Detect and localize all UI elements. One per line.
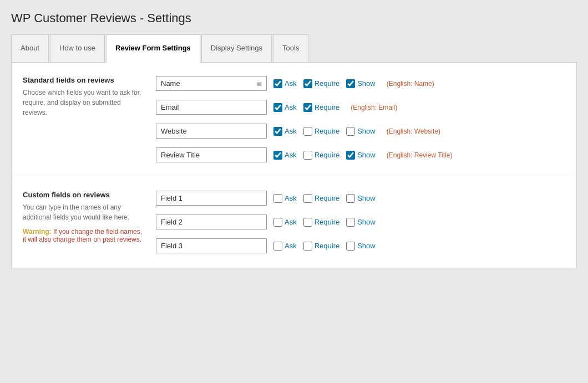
custom-field-3-input[interactable]: Field 3 bbox=[156, 238, 267, 253]
custom-fields-section: Custom fields on reviews You can type in… bbox=[12, 177, 576, 267]
review-title-require-label[interactable]: Require bbox=[315, 151, 340, 159]
standard-fields-section: Standard fields on reviews Choose which … bbox=[12, 63, 576, 176]
field2-ask-label[interactable]: Ask bbox=[285, 218, 297, 226]
field1-ask-group: Ask bbox=[273, 194, 297, 203]
website-english-label: (English: Website) bbox=[387, 127, 440, 135]
email-require-label[interactable]: Require bbox=[315, 103, 340, 111]
tab-bar: About How to use Review Form Settings Di… bbox=[11, 34, 577, 63]
website-ask-checkbox[interactable] bbox=[273, 127, 282, 136]
field1-ask-label[interactable]: Ask bbox=[285, 194, 297, 202]
custom-field-3-row: Field 3 Ask Require Show bbox=[156, 238, 565, 253]
custom-fields-warning: Warning: If you change the field names, … bbox=[23, 228, 145, 243]
name-ask-label[interactable]: Ask bbox=[285, 79, 297, 88]
field2-require-group: Require bbox=[303, 218, 340, 227]
review-title-require-checkbox[interactable] bbox=[303, 151, 312, 160]
tab-review-form-settings[interactable]: Review Form Settings bbox=[106, 34, 200, 63]
custom-field-1-row: Field 1 Ask Require Show bbox=[156, 191, 565, 206]
name-input-value: Name bbox=[161, 79, 180, 88]
review-title-ask-group: Ask bbox=[273, 151, 297, 160]
field3-ask-group: Ask bbox=[273, 242, 297, 251]
standard-fields-description: Choose which fields you want to ask for,… bbox=[23, 88, 145, 118]
review-title-require-group: Require bbox=[303, 151, 340, 160]
field3-show-checkbox[interactable] bbox=[346, 242, 355, 251]
field1-require-group: Require bbox=[303, 194, 340, 203]
email-english-label: (English: Email) bbox=[351, 104, 397, 111]
website-require-label[interactable]: Require bbox=[315, 127, 340, 135]
website-show-label[interactable]: Show bbox=[357, 127, 376, 135]
review-title-show-checkbox[interactable] bbox=[346, 151, 355, 160]
settings-content: Standard fields on reviews Choose which … bbox=[11, 63, 577, 268]
name-english-label: (English: Name) bbox=[387, 80, 434, 88]
name-show-checkbox[interactable] bbox=[346, 79, 355, 88]
field1-require-checkbox[interactable] bbox=[303, 194, 312, 203]
field1-show-checkbox[interactable] bbox=[346, 194, 355, 203]
website-require-group: Require bbox=[303, 127, 340, 136]
field1-ask-checkbox[interactable] bbox=[273, 194, 282, 203]
review-title-english-label: (English: Review Title) bbox=[387, 151, 453, 159]
review-title-show-group: Show bbox=[346, 151, 376, 160]
custom-field-1-input[interactable]: Field 1 bbox=[156, 191, 267, 206]
custom-field-3-value: Field 3 bbox=[161, 242, 183, 250]
field1-show-group: Show bbox=[346, 194, 376, 203]
field3-ask-checkbox[interactable] bbox=[273, 242, 282, 251]
website-show-checkbox[interactable] bbox=[346, 127, 355, 136]
field2-require-label[interactable]: Require bbox=[315, 218, 340, 226]
field2-show-label[interactable]: Show bbox=[357, 218, 376, 226]
website-input-value: Website bbox=[161, 127, 187, 135]
name-ask-checkbox[interactable] bbox=[273, 79, 282, 88]
custom-field-1-value: Field 1 bbox=[161, 194, 183, 202]
field2-ask-group: Ask bbox=[273, 218, 297, 227]
custom-fields-description: You can type in the names of any additio… bbox=[23, 202, 145, 222]
standard-field-name-row: Name ≣ Ask Require Show (English: Name) bbox=[156, 76, 565, 91]
website-ask-label[interactable]: Ask bbox=[285, 127, 297, 135]
name-require-group: Require bbox=[303, 79, 340, 88]
field3-ask-label[interactable]: Ask bbox=[285, 242, 297, 250]
email-ask-group: Ask bbox=[273, 103, 297, 112]
website-require-checkbox[interactable] bbox=[303, 127, 312, 136]
field3-show-group: Show bbox=[346, 242, 376, 251]
standard-fields-title: Standard fields on reviews bbox=[23, 76, 145, 84]
name-show-label[interactable]: Show bbox=[357, 79, 376, 88]
field3-require-checkbox[interactable] bbox=[303, 242, 312, 251]
email-ask-label[interactable]: Ask bbox=[285, 103, 297, 111]
field3-require-group: Require bbox=[303, 242, 340, 251]
name-input[interactable]: Name ≣ bbox=[156, 76, 267, 91]
standard-field-email-row: Email Ask Require (English: Email) bbox=[156, 100, 565, 115]
custom-field-2-row: Field 2 Ask Require Show bbox=[156, 215, 565, 229]
standard-fields-label: Standard fields on reviews Choose which … bbox=[23, 76, 156, 162]
page-title: WP Customer Reviews - Settings bbox=[11, 11, 577, 25]
custom-field-2-input[interactable]: Field 2 bbox=[156, 215, 267, 229]
name-require-checkbox[interactable] bbox=[303, 79, 312, 88]
name-require-label[interactable]: Require bbox=[315, 79, 340, 88]
email-ask-checkbox[interactable] bbox=[273, 103, 282, 112]
custom-fields-content: Field 1 Ask Require Show bbox=[156, 191, 565, 253]
website-input[interactable]: Website bbox=[156, 124, 267, 139]
field2-ask-checkbox[interactable] bbox=[273, 218, 282, 227]
email-require-checkbox[interactable] bbox=[303, 103, 312, 112]
custom-fields-label: Custom fields on reviews You can type in… bbox=[23, 191, 156, 253]
review-title-input[interactable]: Review Title bbox=[156, 147, 267, 162]
field1-require-label[interactable]: Require bbox=[315, 194, 340, 202]
field3-require-label[interactable]: Require bbox=[315, 242, 340, 250]
email-require-group: Require bbox=[303, 103, 340, 112]
field3-show-label[interactable]: Show bbox=[357, 242, 376, 250]
standard-field-review-title-row: Review Title Ask Require Show (English: … bbox=[156, 147, 565, 162]
tab-how-to-use[interactable]: How to use bbox=[50, 34, 105, 62]
standard-fields-content: Name ≣ Ask Require Show (English: Name) bbox=[156, 76, 565, 162]
review-title-ask-checkbox[interactable] bbox=[273, 151, 282, 160]
name-show-group: Show bbox=[346, 79, 376, 88]
custom-fields-title: Custom fields on reviews bbox=[23, 191, 145, 199]
name-field-icon: ≣ bbox=[256, 80, 262, 88]
field2-show-checkbox[interactable] bbox=[346, 218, 355, 227]
field2-show-group: Show bbox=[346, 218, 376, 227]
review-title-ask-label[interactable]: Ask bbox=[285, 151, 297, 159]
field2-require-checkbox[interactable] bbox=[303, 218, 312, 227]
name-ask-group: Ask bbox=[273, 79, 297, 88]
tab-about[interactable]: About bbox=[11, 34, 49, 62]
custom-field-2-value: Field 2 bbox=[161, 218, 183, 226]
review-title-show-label[interactable]: Show bbox=[357, 151, 376, 159]
tab-tools[interactable]: Tools bbox=[273, 34, 308, 62]
field1-show-label[interactable]: Show bbox=[357, 194, 376, 202]
email-input[interactable]: Email bbox=[156, 100, 267, 115]
tab-display-settings[interactable]: Display Settings bbox=[201, 34, 272, 62]
